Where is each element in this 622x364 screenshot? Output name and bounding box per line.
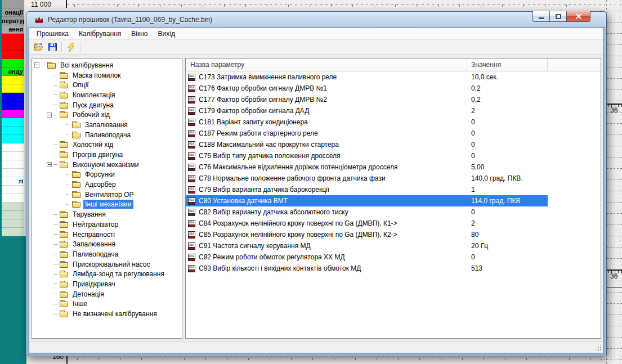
tree-item[interactable]: Детонація (32, 289, 182, 299)
column-header-value[interactable]: Значення (467, 59, 548, 71)
table-row[interactable]: 010 C79 Вибір варианта датчика барокорек… (186, 184, 548, 195)
tree-item[interactable]: Нейтралізатор (32, 219, 182, 230)
table-row[interactable]: 010 C85 Розрахунок нелінійного кроку пов… (186, 229, 548, 240)
tree-item[interactable]: Не визначені калібрування (32, 309, 182, 319)
tree-item-label[interactable]: Тарування (71, 210, 108, 219)
titlebar[interactable]: Редактор прошивок (Tavria_1100_069_by_Ca… (29, 12, 604, 27)
maximize-button[interactable] (549, 11, 566, 22)
parameter-icon-bar (189, 213, 195, 215)
tree-item-label[interactable]: Не визначені калібрування (71, 309, 159, 318)
parameter-icon-digits: 010 (189, 153, 195, 157)
tree-item-label[interactable]: Прогрів двигуна (71, 150, 124, 159)
table-row[interactable]: 010 C80 Установка датчика ВМТ 114,0 град… (186, 195, 548, 206)
tree-item-label[interactable]: Опції (71, 80, 91, 89)
tree-item[interactable]: Вентилятор ОР (32, 190, 182, 200)
tree-item-label[interactable]: Робочий хід (71, 110, 111, 119)
tree-item-label[interactable]: Запалювання (71, 240, 117, 249)
tree-item[interactable]: Комплектація (32, 90, 182, 100)
tree-item[interactable]: Пуск двигуна (32, 100, 182, 110)
table-row[interactable]: 010 C78 Нормальне положенне рабочого фро… (186, 173, 548, 184)
tree-item-label[interactable]: Прискорювальний насос (71, 260, 151, 269)
tree-item[interactable]: Маска помилок (32, 70, 182, 80)
table-row[interactable]: 010 C75 Вибір типу датчика положення дро… (186, 150, 548, 161)
column-header-name[interactable]: Назва параметру (186, 59, 467, 71)
tree-item-label[interactable]: Холостий хід (71, 140, 115, 149)
menu-item[interactable]: Вікно (126, 28, 153, 39)
tree-item-label[interactable]: Форсунки (83, 170, 117, 179)
table-row[interactable]: 010 C179 Фактор обробки сигнала ДАД 2 (186, 105, 548, 116)
table-row[interactable]: 010 C187 Режим работи стартерного реле 0 (186, 128, 548, 139)
parameter-icon: 010 (188, 231, 195, 239)
left-panel-row: ri (2, 177, 24, 186)
menu-item[interactable]: Калібрування (74, 28, 126, 39)
tree-item[interactable]: Привідкривач (32, 279, 182, 289)
tree-expander-icon[interactable] (47, 162, 52, 167)
tree-item[interactable]: Всі калібрування (32, 60, 182, 70)
tree-item-label[interactable]: Детонація (71, 290, 106, 299)
tree-item[interactable]: Виконуючі механізми (32, 160, 182, 170)
parameter-name-cell: 010 C181 Варіант запиту кондиціонера (186, 118, 467, 126)
folder-icon (60, 241, 68, 248)
menu-item[interactable]: Прошивка (32, 28, 74, 39)
parameter-name-cell: 010 C85 Розрахунок нелінійного кроку пов… (186, 231, 467, 239)
tree-item-label[interactable]: Паливоподача (71, 250, 120, 259)
tree-item[interactable]: Паливоподача (32, 130, 182, 140)
parameter-icon: 010 (188, 130, 195, 137)
tree-expander-icon[interactable] (47, 113, 52, 118)
save-file-button[interactable] (46, 41, 59, 53)
tree-item[interactable]: Прогрів двигуна (32, 150, 182, 160)
minimize-button[interactable] (532, 11, 549, 22)
flash-firmware-button[interactable] (64, 41, 78, 53)
tree-item[interactable]: Адсорбер (32, 179, 182, 190)
close-button[interactable] (566, 11, 590, 22)
tree-item-label[interactable]: Нейтралізатор (71, 220, 120, 229)
tree-connector (53, 75, 58, 75)
tree-item-label[interactable]: Паливоподача (83, 131, 132, 140)
tree-item[interactable]: Несправності (32, 230, 182, 240)
tree-item-label[interactable]: Лямбда-зонд та регулювання (71, 269, 166, 278)
table-row[interactable]: 010 C173 Затримка виимкнення паливного р… (186, 71, 548, 83)
tree-item-label[interactable]: Запалювання (83, 120, 129, 129)
tree-item-label[interactable]: Виконуючі механізми (71, 160, 140, 169)
menu-item[interactable]: Вихід (153, 28, 180, 39)
folder-icon (72, 122, 80, 128)
table-row[interactable]: 010 C188 Максимальний час прокрутки стар… (186, 139, 548, 150)
open-file-button[interactable] (32, 41, 46, 53)
tree-item[interactable]: Паливоподача (32, 249, 182, 259)
table-row[interactable]: 010 C181 Варіант запиту кондиціонера 0 (186, 116, 548, 128)
tree-item-label[interactable]: Адсорбер (83, 180, 118, 189)
tree-item[interactable]: Запалювання (32, 239, 182, 249)
tree-expander-icon[interactable] (34, 62, 39, 68)
parameter-icon-bar (189, 258, 195, 260)
tree-item-label[interactable]: Інше (71, 299, 89, 308)
tree-item[interactable]: Опції (32, 80, 182, 90)
tree-item-label[interactable]: Вентилятор ОР (83, 190, 135, 199)
tree-item-label[interactable]: Всі калібрування (59, 61, 115, 70)
tree-connector (53, 244, 58, 245)
tree-item-label[interactable]: Інші механізми (83, 200, 133, 209)
parameter-name-cell: 010 C79 Вибір варианта датчика барокорек… (186, 186, 467, 194)
table-row[interactable]: 010 C176 Фактор обробки сигналу ДМРВ №1 … (186, 83, 548, 94)
tree-item-label[interactable]: Привідкривач (71, 280, 117, 289)
tree-item[interactable]: Інші механізми (32, 200, 182, 210)
tree-item-label[interactable]: Комплектація (71, 91, 117, 100)
tree-item-label[interactable]: Несправності (71, 230, 117, 239)
tree-item[interactable]: Тарування (32, 209, 182, 219)
tree-item[interactable]: Інше (32, 299, 182, 309)
tree-item[interactable]: Прискорювальний насос (32, 259, 182, 269)
table-row[interactable]: 010 C92 Режим роботи обмоток регулятора … (186, 251, 548, 263)
tree-item[interactable]: Запалювання (32, 120, 182, 130)
tree-item-label[interactable]: Пуск двигуна (71, 101, 115, 110)
tree-item[interactable]: Холостий хід (32, 140, 182, 150)
table-row[interactable]: 010 C84 Розрахунок нелінійного кроку пов… (186, 218, 548, 229)
table-row[interactable]: 010 C76 Максимальне відхилення доріжок п… (186, 161, 548, 173)
tree-item[interactable]: Робочий хід (32, 110, 182, 120)
table-row[interactable]: 010 C93 Вибір кількості і вихідних конта… (186, 263, 548, 274)
tree-item[interactable]: Форсунки (32, 170, 182, 180)
table-row[interactable]: 010 C82 Вибір варианту датчика абсолютно… (186, 206, 548, 218)
table-row[interactable]: 010 C91 Частота сигналу керування МД 20 … (186, 240, 548, 251)
table-row[interactable]: 010 C177 Фактор обробки сигналу ДМРВ №2 … (186, 94, 548, 105)
folder-icon (60, 82, 68, 88)
tree-item-label[interactable]: Маска помилок (71, 71, 123, 80)
tree-item[interactable]: Лямбда-зонд та регулювання (32, 269, 182, 279)
